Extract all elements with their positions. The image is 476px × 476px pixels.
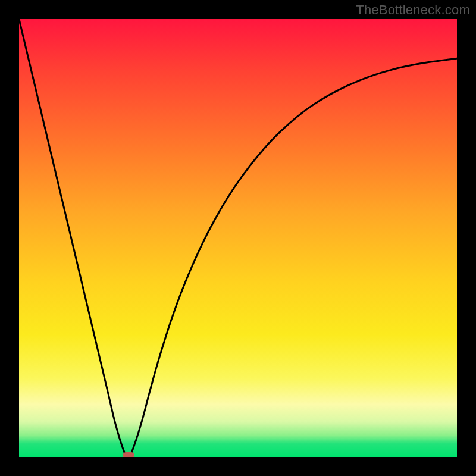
watermark-text: TheBottleneck.com bbox=[356, 2, 470, 18]
bottleneck-curve bbox=[19, 19, 457, 457]
chart-frame: TheBottleneck.com bbox=[0, 0, 476, 476]
chart-svg bbox=[19, 19, 457, 457]
plot-area bbox=[19, 19, 457, 457]
